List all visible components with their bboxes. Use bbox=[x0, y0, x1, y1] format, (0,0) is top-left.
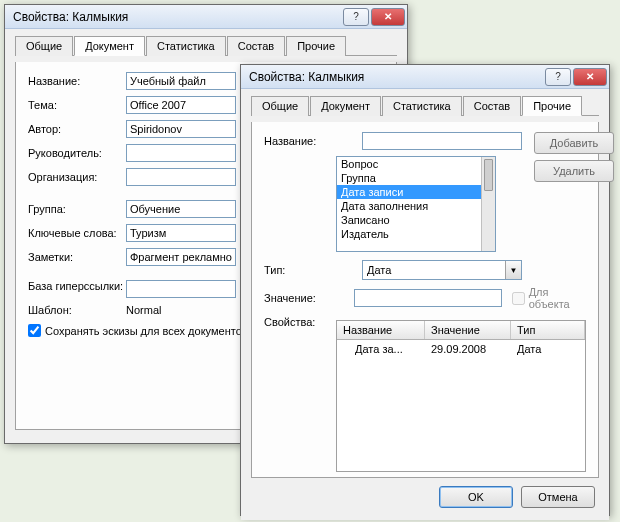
col-header-value[interactable]: Значение bbox=[425, 321, 511, 339]
list-item[interactable]: Дата заполнения bbox=[337, 199, 495, 213]
close-button[interactable]: ✕ bbox=[371, 8, 405, 26]
scrollbar[interactable] bbox=[481, 157, 495, 251]
tab-custom[interactable]: Прочие bbox=[522, 96, 582, 116]
close-button[interactable]: ✕ bbox=[573, 68, 607, 86]
tab-general[interactable]: Общие bbox=[15, 36, 73, 56]
cell-value: 29.09.2008 bbox=[425, 342, 511, 356]
dialog-footer: OK Отмена bbox=[251, 478, 599, 510]
table-header-row: Название Значение Тип bbox=[337, 321, 585, 340]
client-area: Общие Документ Статистика Состав Прочие … bbox=[241, 89, 609, 520]
list-item[interactable]: Дата записи bbox=[337, 185, 495, 199]
for-object-checkbox bbox=[512, 292, 525, 305]
tab-statistics[interactable]: Статистика bbox=[146, 36, 226, 56]
org-label: Организация: bbox=[28, 171, 126, 183]
prop-name-listbox[interactable]: Вопрос Группа Дата записи Дата заполнени… bbox=[336, 156, 496, 252]
group-input[interactable] bbox=[126, 200, 236, 218]
value-input[interactable] bbox=[354, 289, 502, 307]
table-row[interactable]: Дата за... 29.09.2008 Дата bbox=[337, 340, 585, 358]
list-item[interactable]: Вопрос bbox=[337, 157, 495, 171]
window-title: Свойства: Калмыкия bbox=[13, 10, 341, 24]
list-item[interactable]: Издатель bbox=[337, 227, 495, 241]
tab-contents[interactable]: Состав bbox=[227, 36, 285, 56]
name-input[interactable] bbox=[126, 72, 236, 90]
save-thumbnails-label: Сохранять эскизы для всех документо bbox=[45, 325, 242, 337]
template-value: Normal bbox=[126, 304, 161, 316]
tab-contents[interactable]: Состав bbox=[463, 96, 521, 116]
help-button[interactable]: ? bbox=[343, 8, 369, 26]
tab-statistics[interactable]: Статистика bbox=[382, 96, 462, 116]
keywords-label: Ключевые слова: bbox=[28, 227, 126, 239]
help-button[interactable]: ? bbox=[545, 68, 571, 86]
type-label: Тип: bbox=[264, 264, 362, 276]
manager-label: Руководитель: bbox=[28, 147, 126, 159]
notes-label: Заметки: bbox=[28, 251, 126, 263]
notes-input[interactable] bbox=[126, 248, 236, 266]
cancel-button[interactable]: Отмена bbox=[521, 486, 595, 508]
properties-table[interactable]: Название Значение Тип Дата за... 29.09.2… bbox=[336, 320, 586, 472]
tabs: Общие Документ Статистика Состав Прочие bbox=[251, 95, 599, 116]
list-item[interactable]: Группа bbox=[337, 171, 495, 185]
author-label: Автор: bbox=[28, 123, 126, 135]
save-thumbnails-checkbox[interactable] bbox=[28, 324, 41, 337]
col-header-type[interactable]: Тип bbox=[511, 321, 585, 339]
delete-button[interactable]: Удалить bbox=[534, 160, 614, 182]
value-label: Значение: bbox=[264, 292, 354, 304]
hyperlink-label: База гиперссылки: bbox=[28, 280, 126, 292]
tab-pane-custom: Название: Вопрос Группа Дата записи Дата… bbox=[251, 122, 599, 478]
tab-document[interactable]: Документ bbox=[310, 96, 381, 116]
type-combo-value: Дата bbox=[363, 264, 505, 276]
keywords-input[interactable] bbox=[126, 224, 236, 242]
prop-name-input[interactable] bbox=[362, 132, 522, 150]
chevron-down-icon: ▼ bbox=[505, 261, 521, 279]
org-input[interactable] bbox=[126, 168, 236, 186]
col-header-name[interactable]: Название bbox=[337, 321, 425, 339]
add-button[interactable]: Добавить bbox=[534, 132, 614, 154]
type-combo[interactable]: Дата ▼ bbox=[362, 260, 522, 280]
tab-general[interactable]: Общие bbox=[251, 96, 309, 116]
titlebar[interactable]: Свойства: Калмыкия ? ✕ bbox=[5, 5, 407, 29]
hyperlink-input[interactable] bbox=[126, 280, 236, 298]
subject-label: Тема: bbox=[28, 99, 126, 111]
window-title: Свойства: Калмыкия bbox=[249, 70, 543, 84]
cell-type: Дата bbox=[511, 342, 585, 356]
ok-button[interactable]: OK bbox=[439, 486, 513, 508]
list-item[interactable]: Записано bbox=[337, 213, 495, 227]
properties-label: Свойства: bbox=[264, 316, 336, 328]
author-input[interactable] bbox=[126, 120, 236, 138]
titlebar[interactable]: Свойства: Калмыкия ? ✕ bbox=[241, 65, 609, 89]
group-label: Группа: bbox=[28, 203, 126, 215]
for-object-label: Для объекта bbox=[529, 286, 586, 310]
prop-name-label: Название: bbox=[264, 135, 362, 147]
tabs: Общие Документ Статистика Состав Прочие bbox=[15, 35, 397, 56]
cell-name: Дата за... bbox=[337, 342, 425, 356]
properties-dialog-custom: Свойства: Калмыкия ? ✕ Общие Документ Ст… bbox=[240, 64, 610, 516]
template-label: Шаблон: bbox=[28, 304, 126, 316]
name-label: Название: bbox=[28, 75, 126, 87]
subject-input[interactable] bbox=[126, 96, 236, 114]
manager-input[interactable] bbox=[126, 144, 236, 162]
tab-custom[interactable]: Прочие bbox=[286, 36, 346, 56]
tab-document[interactable]: Документ bbox=[74, 36, 145, 56]
